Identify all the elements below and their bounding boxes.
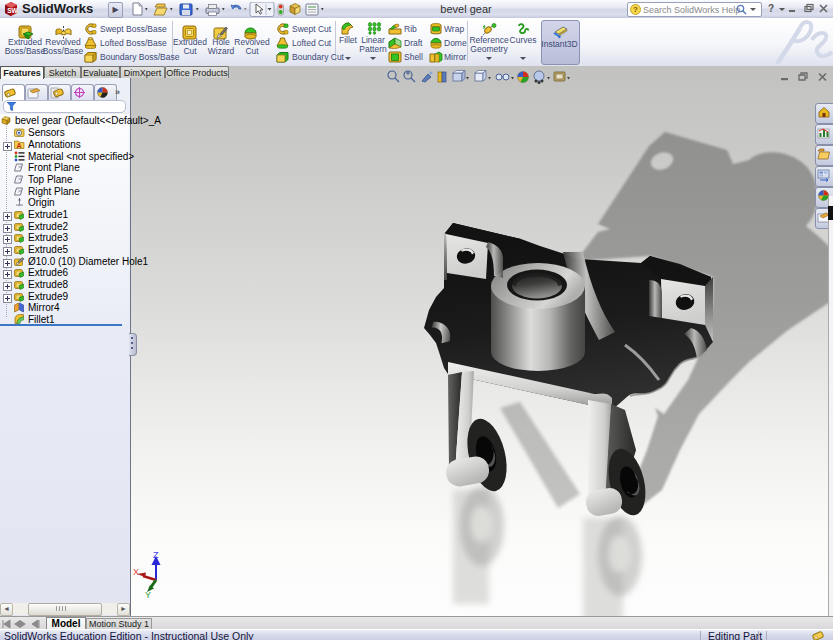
svg-text:Y: Y: [145, 590, 151, 600]
svg-text:SW: SW: [7, 7, 18, 14]
svg-text:?: ?: [633, 5, 638, 14]
svg-text:X: X: [133, 567, 139, 577]
svg-text:A: A: [17, 142, 22, 149]
